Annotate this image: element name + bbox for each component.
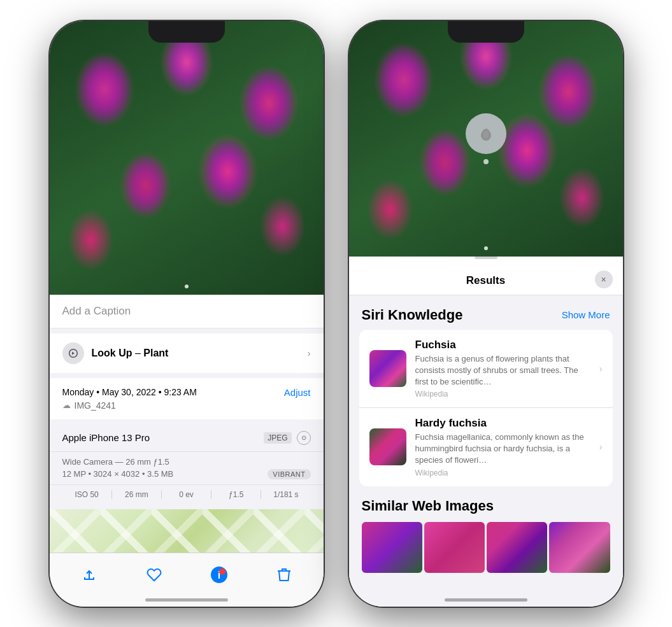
exif-row: ISO 50 26 mm 0 ev ƒ1.5 1/181 s <box>50 484 324 504</box>
right-home-indicator <box>445 598 527 602</box>
right-phone: Results × Siri Knowledge Show More <box>349 21 623 607</box>
info-panel: Add a Caption Look Up – Plant › Monday •… <box>50 295 324 553</box>
hardy-thumbnail <box>369 428 406 465</box>
svg-point-2 <box>219 568 225 575</box>
exif-ev: 0 ev <box>162 490 211 499</box>
caption-area[interactable]: Add a Caption <box>50 295 324 328</box>
fuchsia-content: Fuchsia Fuchsia is a genus of flowering … <box>415 339 590 399</box>
map-roads-overlay <box>50 509 324 553</box>
fuchsia-item[interactable]: Fuchsia Fuchsia is a genus of flowering … <box>359 330 613 409</box>
siri-overlay <box>466 113 506 164</box>
caption-placeholder-text: Add a Caption <box>62 305 131 317</box>
right-phone-notch <box>448 21 524 43</box>
hardy-thumb-bg <box>369 428 406 465</box>
left-phone-screen: Add a Caption Look Up – Plant › Monday •… <box>50 21 324 607</box>
close-button[interactable]: × <box>595 271 613 288</box>
fuchsia-thumbnail <box>369 350 406 387</box>
results-title: Results <box>466 274 505 287</box>
share-button[interactable] <box>75 561 103 589</box>
web-image-2[interactable] <box>424 522 485 573</box>
results-scroll-area[interactable]: Siri Knowledge Show More Fuchsia Fuchsia… <box>349 295 623 607</box>
siri-knowledge-title: Siri Knowledge <box>362 307 463 323</box>
exif-aperture: ƒ1.5 <box>211 490 261 499</box>
fuchsia-name: Fuchsia <box>415 339 590 351</box>
show-more-button[interactable]: Show More <box>562 309 610 320</box>
web-images-title: Similar Web Images <box>362 498 610 514</box>
hardy-chevron-icon: › <box>599 442 603 452</box>
web-images-section: Similar Web Images <box>349 486 623 579</box>
fuchsia-chevron-icon: › <box>599 363 603 374</box>
home-indicator <box>145 598 228 602</box>
filename-row: ☁ IMG_4241 <box>62 400 311 411</box>
hardy-content: Hardy fuchsia Fuchsia magellanica, commo… <box>415 417 590 477</box>
fuchsia-description: Fuchsia is a genus of flowering plants t… <box>415 353 590 388</box>
format-badge: JPEG <box>264 432 291 444</box>
map-preview[interactable] <box>50 509 324 553</box>
camera-spec: Wide Camera — 26 mm ƒ1.5 <box>62 457 311 467</box>
photo-area[interactable] <box>50 21 324 295</box>
web-image-1[interactable] <box>362 522 422 573</box>
exif-focal: 26 mm <box>112 490 162 499</box>
siri-knowledge-header: Siri Knowledge Show More <box>349 295 623 330</box>
siri-dot <box>483 159 489 164</box>
lookup-chevron-icon: › <box>308 348 311 358</box>
mp-info: 12 MP • 3024 × 4032 • 3.5 MB <box>62 469 174 479</box>
web-images-grid <box>362 522 610 573</box>
results-panel: Results × Siri Knowledge Show More <box>349 257 623 607</box>
heart-button[interactable] <box>140 561 168 589</box>
hardy-fuchsia-item[interactable]: Hardy fuchsia Fuchsia magellanica, commo… <box>359 408 613 486</box>
right-photo-indicator-dot <box>484 246 488 250</box>
lookup-row[interactable]: Look Up – Plant › <box>50 334 324 373</box>
metadata-section: Monday • May 30, 2022 • 9:23 AM Adjust ☁… <box>50 378 324 419</box>
lookup-label: Look Up – Plant <box>92 348 169 359</box>
siri-bubble <box>466 113 506 154</box>
trash-button[interactable] <box>270 561 298 589</box>
hardy-name: Hardy fuchsia <box>415 417 590 430</box>
fuchsia-thumb-bg <box>369 350 406 387</box>
exif-iso: ISO 50 <box>62 490 112 499</box>
device-name: Apple iPhone 13 Pro <box>62 432 150 443</box>
results-header: Results × <box>349 264 623 295</box>
phone-notch <box>148 21 225 43</box>
fuchsia-source: Wikipedia <box>415 390 590 398</box>
hardy-source: Wikipedia <box>415 468 590 477</box>
camera-settings-icon[interactable]: ⊙ <box>297 431 311 445</box>
right-photo-area[interactable] <box>349 21 623 257</box>
web-image-4[interactable] <box>549 522 610 573</box>
camera-row: Wide Camera — 26 mm ƒ1.5 12 MP • 3024 × … <box>50 452 324 484</box>
info-button[interactable]: i <box>205 561 233 589</box>
exif-shutter: 1/181 s <box>261 490 310 499</box>
flower-background <box>50 21 324 295</box>
right-phone-screen: Results × Siri Knowledge Show More <box>349 21 623 607</box>
device-badges: JPEG ⊙ <box>264 431 310 445</box>
lookup-icon <box>62 342 84 364</box>
photo-indicator-dot <box>185 285 189 288</box>
photo-date: Monday • May 30, 2022 • 9:23 AM <box>62 387 197 397</box>
cloud-icon: ☁ <box>62 400 71 410</box>
drag-handle[interactable] <box>475 257 497 259</box>
filename-text: IMG_4241 <box>75 400 116 411</box>
camera-details: 12 MP • 3024 × 4032 • 3.5 MB VIBRANT <box>62 469 311 479</box>
adjust-button[interactable]: Adjust <box>284 387 311 398</box>
hardy-description: Fuchsia magellanica, commonly known as t… <box>415 432 590 467</box>
style-badge: VIBRANT <box>268 469 310 479</box>
knowledge-card: Fuchsia Fuchsia is a genus of flowering … <box>359 330 613 486</box>
date-row: Monday • May 30, 2022 • 9:23 AM Adjust <box>62 387 311 398</box>
web-image-3[interactable] <box>487 522 547 573</box>
left-phone: Add a Caption Look Up – Plant › Monday •… <box>50 21 324 607</box>
device-section: Apple iPhone 13 Pro JPEG ⊙ Wide Camera —… <box>50 425 324 504</box>
device-row: Apple iPhone 13 Pro JPEG ⊙ <box>50 425 324 452</box>
